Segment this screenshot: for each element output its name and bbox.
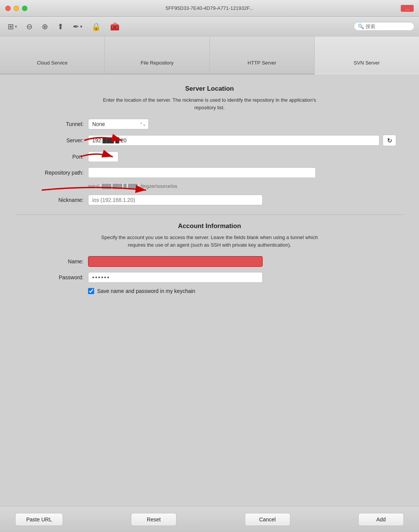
lock-icon: 🔒 [91,22,101,31]
url-preview-path: /tingzer/source/ios [140,184,177,189]
sidebar-toggle-button[interactable]: ⊞▾ [5,20,20,33]
svn-server-label: SVN Server [354,60,380,66]
paste-url-button[interactable]: Paste URL [15,513,63,526]
repo-path-input[interactable]: tingzer/source/ios [88,167,316,178]
url-preview-text: svn:// [88,184,99,189]
search-input[interactable] [365,24,411,29]
pen-icon: ✒ [73,22,79,31]
pen-button[interactable]: ✒▾ [70,20,85,33]
name-label: Name: [23,258,83,264]
tab-http-server[interactable]: HTTP Server [210,36,315,74]
name-row: Name: [15,256,404,267]
tab-file-repository[interactable]: File Repository [105,36,210,74]
pen-dropdown-icon: ▾ [80,24,82,29]
sidebar-dropdown-icon: ▾ [15,24,17,29]
tunnel-row: Tunnel: None SSH HTTP [15,119,404,129]
tab-bar: Cloud Service File Repository HTTP Serve… [0,36,419,74]
port-label: Port: [23,154,83,160]
account-information-section: Account Information Specify the account … [15,222,404,294]
name-input[interactable] [88,256,263,267]
zoom-in-button[interactable]: ⊕ [39,20,51,33]
password-input[interactable] [88,272,263,283]
http-server-label: HTTP Server [247,60,276,66]
repo-path-label: Repository path: [23,170,83,176]
share-icon: ⬆ [57,22,64,31]
section-separator [15,214,404,215]
zoom-out-icon: ⊖ [26,22,33,31]
share-button[interactable]: ⬆ [54,20,67,33]
nickname-input[interactable] [88,195,263,205]
close-button[interactable] [5,6,11,11]
account-information-title: Account Information [15,222,404,230]
server-location-section: Server Location Enter the location of th… [15,85,404,205]
lock-button[interactable]: 🔒 [88,20,104,33]
tab-cloud-service[interactable]: Cloud Service [0,36,105,74]
save-keychain-checkbox[interactable] [88,288,94,294]
server-input[interactable] [88,135,380,146]
title-bar: 5FF95D33-7E40-4D79-A771-121932F... ... [0,0,419,17]
zoom-in-icon: ⊕ [42,22,48,31]
tunnel-select-wrapper: None SSH HTTP [88,119,149,129]
account-information-desc: Specify the account you use to access th… [99,234,320,249]
main-content: Server Location Enter the location of th… [0,74,419,506]
port-row: Port: 3690 [15,151,404,162]
server-row: Server: ↻ [15,135,404,146]
server-location-desc: Enter the location of the server. The ni… [99,96,320,111]
url-preview-domain: ███.███.█.███ [101,183,139,189]
reset-button[interactable]: Reset [131,513,176,526]
server-location-title: Server Location [15,85,404,93]
file-repository-label: File Repository [141,60,174,66]
server-label: Server: [23,137,83,143]
save-keychain-label: Save name and password in my keychain [97,288,195,294]
tools-button[interactable]: 🧰 [107,20,123,33]
toolbar: ⊞▾ ⊖ ⊕ ⬆ ✒▾ 🔒 🧰 🔍 [0,17,419,36]
password-label: Password: [23,274,83,280]
cancel-button[interactable]: Cancel [245,513,290,526]
nickname-row: Nickname: [15,195,404,205]
minimize-button[interactable] [14,6,19,11]
password-row: Password: [15,272,404,283]
search-icon: 🔍 [358,24,364,29]
maximize-button[interactable] [22,6,27,11]
add-button[interactable]: Add [358,513,404,526]
port-input[interactable]: 3690 [88,151,118,162]
tunnel-label: Tunnel: [23,121,83,127]
refresh-icon: ↻ [387,137,392,144]
tunnel-select[interactable]: None SSH HTTP [88,119,149,129]
tools-icon: 🧰 [110,22,120,31]
refresh-button[interactable]: ↻ [383,135,396,146]
sidebar-icon: ⊞ [8,22,14,31]
tab-svn-server[interactable]: SVN Server [315,36,419,74]
save-keychain-row: Save name and password in my keychain [15,288,404,294]
title-bar-right-badge: ... [401,5,414,12]
window-controls [5,6,27,11]
repo-path-row: Repository path: tingzer/source/ios [15,167,404,178]
window-title: 5FF95D33-7E40-4D79-A771-121932F... [165,5,253,11]
nickname-label: Nickname: [23,197,83,203]
zoom-out-button[interactable]: ⊖ [23,20,36,33]
search-bar: 🔍 [354,22,414,31]
url-preview-row: svn:// ███.███.█.███ /tingzer/source/ios [15,183,404,189]
bottom-bar: Paste URL Reset Cancel Add [0,506,419,532]
cloud-service-label: Cloud Service [37,60,68,66]
